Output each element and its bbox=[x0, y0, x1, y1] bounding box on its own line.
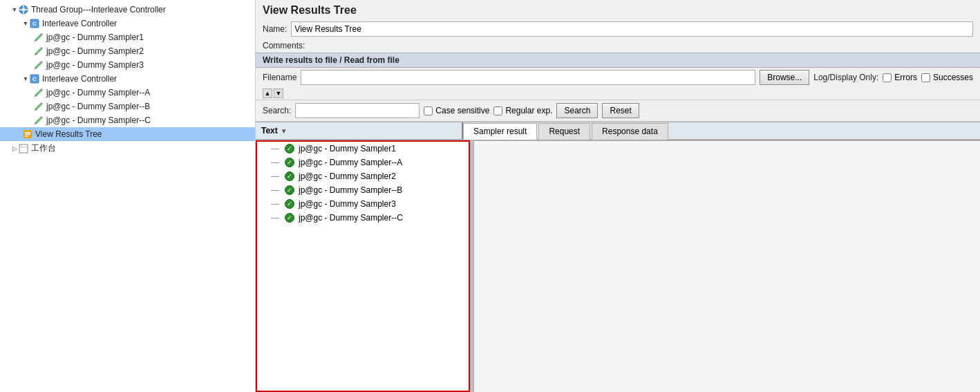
list-item[interactable]: — ✓ jp@gc - Dummy Sampler--B bbox=[257, 183, 469, 197]
search-input[interactable] bbox=[295, 103, 420, 118]
tree-item-sampler2[interactable]: jp@gc - Dummy Sampler2 bbox=[0, 44, 255, 58]
svg-rect-14 bbox=[19, 144, 28, 153]
browse-button[interactable]: Browse... bbox=[760, 70, 809, 85]
tree-item-samplerC[interactable]: jp@gc - Dummy Sampler--C bbox=[0, 113, 255, 127]
result-label: jp@gc - Dummy Sampler--A bbox=[299, 158, 402, 167]
tree-item-samplerA[interactable]: jp@gc - Dummy Sampler--A bbox=[0, 86, 255, 100]
tree-label-samplerC: jp@gc - Dummy Sampler--C bbox=[46, 115, 151, 125]
section-title: Write results to file / Read from file bbox=[263, 55, 399, 65]
gear-icon bbox=[18, 4, 29, 15]
controller-icon-1: C bbox=[29, 18, 40, 29]
pencil-icon-sampler2 bbox=[33, 46, 44, 57]
tree-item-interleave-1[interactable]: ▼ C Interleave Controller bbox=[0, 17, 255, 30]
tab-request[interactable]: Request bbox=[538, 123, 590, 140]
regular-exp-checkbox[interactable] bbox=[493, 106, 502, 115]
tree-label-workbench: 工作台 bbox=[31, 142, 56, 154]
tree-item-view-results[interactable]: View Results Tree bbox=[0, 127, 255, 141]
pencil-icon-samplerA bbox=[33, 87, 44, 98]
pencil-icon-sampler1 bbox=[33, 32, 44, 43]
case-sensitive-group[interactable]: Case sensitive bbox=[424, 106, 489, 115]
list-item[interactable]: — ✓ jp@gc - Dummy Sampler--C bbox=[257, 211, 469, 225]
success-icon: ✓ bbox=[285, 144, 294, 153]
expand-arrow-workbench[interactable]: ▷ bbox=[11, 145, 18, 152]
list-item[interactable]: — ✓ jp@gc - Dummy Sampler3 bbox=[257, 197, 469, 211]
result-label: jp@gc - Dummy Sampler--C bbox=[299, 213, 403, 223]
list-item[interactable]: — ✓ jp@gc - Dummy Sampler--A bbox=[257, 156, 469, 169]
tree-label-sampler2: jp@gc - Dummy Sampler2 bbox=[46, 46, 144, 56]
success-icon: ✓ bbox=[285, 158, 294, 167]
text-col-label: Text bbox=[261, 126, 278, 136]
tree-item-thread-group[interactable]: ▼ Thread Group---Interleave Controller bbox=[0, 3, 255, 17]
results-list: — ✓ jp@gc - Dummy Sampler1 — ✓ jp@gc - D… bbox=[256, 140, 470, 392]
expand-arrow-interleave-1[interactable]: ▼ bbox=[22, 20, 29, 27]
tree-item-samplerB[interactable]: jp@gc - Dummy Sampler--B bbox=[0, 100, 255, 113]
write-results-section: Write results to file / Read from file bbox=[256, 53, 980, 68]
tree-label-view-results: View Results Tree bbox=[35, 129, 102, 139]
scroll-up-btn[interactable]: ▲ bbox=[263, 88, 272, 98]
tree-dash: — bbox=[271, 158, 279, 167]
two-pane-area: — ✓ jp@gc - Dummy Sampler1 — ✓ jp@gc - D… bbox=[256, 140, 980, 392]
reset-button[interactable]: Reset bbox=[602, 103, 639, 118]
case-sensitive-checkbox[interactable] bbox=[424, 106, 433, 115]
list-item[interactable]: — ✓ jp@gc - Dummy Sampler2 bbox=[257, 169, 469, 183]
result-label: jp@gc - Dummy Sampler2 bbox=[299, 171, 396, 181]
successes-label: Successes bbox=[933, 73, 973, 82]
svg-rect-12 bbox=[25, 134, 30, 136]
expand-arrow-interleave-2[interactable]: ▼ bbox=[22, 75, 29, 82]
svg-text:C: C bbox=[32, 21, 37, 27]
results-icon bbox=[22, 129, 33, 140]
svg-rect-13 bbox=[25, 136, 28, 137]
top-controls: View Results Tree Name: Comments: Write … bbox=[256, 0, 980, 122]
expand-arrow-thread-group[interactable]: ▼ bbox=[11, 6, 18, 13]
tree-item-sampler3[interactable]: jp@gc - Dummy Sampler3 bbox=[0, 58, 255, 72]
search-button[interactable]: Search bbox=[556, 103, 598, 118]
errors-checkbox-group[interactable]: Errors bbox=[883, 73, 917, 82]
tree-dash: — bbox=[271, 199, 279, 209]
tree-label-sampler3: jp@gc - Dummy Sampler3 bbox=[46, 60, 144, 70]
success-icon: ✓ bbox=[285, 213, 294, 223]
svg-rect-3 bbox=[23, 12, 24, 14]
tab-sampler-result[interactable]: Sampler result bbox=[463, 123, 537, 140]
tree-item-sampler1[interactable]: jp@gc - Dummy Sampler1 bbox=[0, 30, 255, 44]
results-tabs: Sampler result Request Response data bbox=[463, 122, 980, 139]
col-sort-arrow[interactable]: ▼ bbox=[281, 127, 288, 135]
tree-dash: — bbox=[271, 185, 279, 195]
successes-checkbox[interactable] bbox=[921, 73, 930, 82]
tab-response-data[interactable]: Response data bbox=[592, 123, 668, 140]
pencil-icon-samplerB bbox=[33, 101, 44, 112]
search-label: Search: bbox=[263, 106, 291, 115]
success-icon: ✓ bbox=[285, 171, 294, 181]
tree-item-interleave-2[interactable]: ▼ C Interleave Controller bbox=[0, 72, 255, 86]
tree-item-workbench[interactable]: ▷ 工作台 bbox=[0, 141, 255, 156]
tree-label-samplerA: jp@gc - Dummy Sampler--A bbox=[46, 88, 150, 97]
tree-dash: — bbox=[271, 144, 279, 153]
scroll-down-btn[interactable]: ▼ bbox=[274, 88, 283, 98]
comments-row: Comments: bbox=[256, 39, 980, 53]
file-row: Filename Browse... Log/Display Only: Err… bbox=[256, 68, 980, 87]
sampler-result-content bbox=[474, 140, 980, 392]
pencil-icon-sampler3 bbox=[33, 59, 44, 71]
tree-label-interleave-1: Interleave Controller bbox=[42, 19, 117, 28]
name-row: Name: bbox=[256, 19, 980, 39]
tree-dash: — bbox=[271, 171, 279, 181]
comments-label: Comments: bbox=[263, 41, 305, 50]
table-header: Text ▼ Sampler result Request Response d… bbox=[256, 122, 980, 140]
log-display-label: Log/Display Only: bbox=[813, 73, 878, 82]
regular-exp-group[interactable]: Regular exp. bbox=[493, 106, 552, 115]
result-label: jp@gc - Dummy Sampler--B bbox=[299, 185, 402, 195]
filename-input[interactable] bbox=[301, 70, 755, 85]
case-sensitive-label: Case sensitive bbox=[435, 106, 489, 115]
search-row: Search: Case sensitive Regular exp. Sear… bbox=[256, 100, 980, 121]
svg-rect-11 bbox=[25, 132, 30, 133]
success-icon: ✓ bbox=[285, 199, 294, 209]
tree-label-samplerB: jp@gc - Dummy Sampler--B bbox=[46, 102, 150, 111]
tree-label-thread-group: Thread Group---Interleave Controller bbox=[31, 5, 166, 15]
successes-checkbox-group[interactable]: Successes bbox=[921, 73, 973, 82]
name-input[interactable] bbox=[291, 21, 973, 37]
controller-icon-2: C bbox=[29, 73, 40, 84]
text-column-header: Text ▼ bbox=[256, 122, 463, 139]
errors-checkbox[interactable] bbox=[883, 73, 892, 82]
svg-text:C: C bbox=[32, 76, 37, 82]
result-label: jp@gc - Dummy Sampler1 bbox=[299, 144, 396, 153]
list-item[interactable]: — ✓ jp@gc - Dummy Sampler1 bbox=[257, 142, 469, 156]
